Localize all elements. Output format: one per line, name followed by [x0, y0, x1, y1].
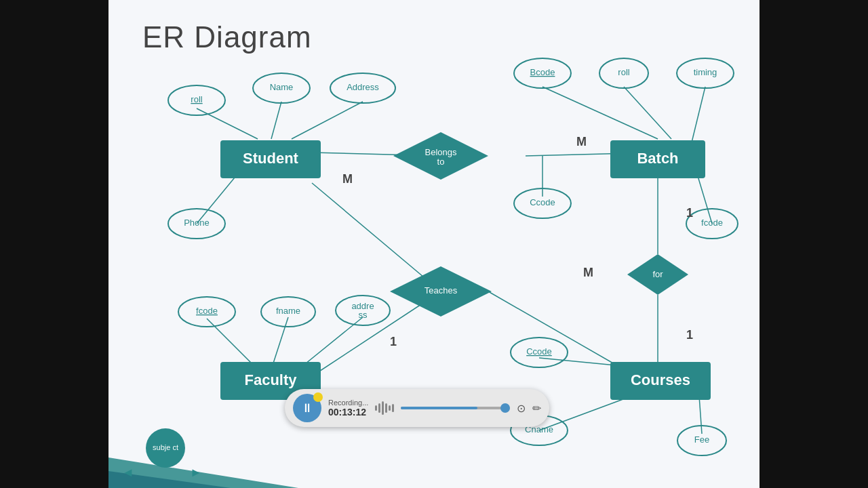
svg-text:for: for — [652, 269, 663, 279]
left-black-bar — [0, 0, 108, 488]
svg-text:Phone: Phone — [184, 218, 210, 228]
svg-line-6 — [488, 291, 624, 369]
progress-thumb — [500, 403, 510, 413]
svg-text:Ccode: Ccode — [530, 197, 555, 207]
svg-text:Bcode: Bcode — [530, 67, 555, 77]
yellow-indicator — [313, 392, 323, 402]
recording-bar: Recording... 00:13:12 ⊙ ✏ — [285, 389, 549, 427]
audio-bar-3 — [382, 401, 384, 415]
svg-line-12 — [624, 87, 671, 139]
svg-text:Faculty: Faculty — [244, 371, 297, 388]
svg-text:fcode: fcode — [196, 306, 218, 316]
svg-text:M: M — [583, 266, 593, 279]
svg-text:roll: roll — [191, 94, 202, 104]
svg-line-9 — [292, 102, 363, 139]
svg-text:Name: Name — [270, 82, 294, 92]
svg-text:M: M — [576, 135, 587, 148]
audio-bar-4 — [385, 403, 387, 413]
right-black-bar — [760, 0, 868, 488]
svg-text:fcode: fcode — [701, 218, 723, 228]
svg-text:1: 1 — [686, 206, 693, 220]
svg-text:Belongs: Belongs — [425, 147, 457, 157]
svg-text:Student: Student — [243, 150, 299, 167]
audio-bar-5 — [389, 405, 391, 411]
svg-text:Teaches: Teaches — [425, 285, 458, 296]
progress-track[interactable] — [401, 407, 510, 409]
svg-line-3 — [312, 183, 441, 291]
svg-text:M: M — [342, 172, 353, 186]
svg-text:fname: fname — [276, 306, 300, 316]
pause-button[interactable] — [293, 394, 321, 422]
svg-text:Batch: Batch — [637, 150, 678, 167]
webcam-icon[interactable]: ⊙ — [517, 402, 526, 415]
audio-bar-6 — [392, 404, 394, 412]
recording-status: Recording... — [328, 399, 368, 407]
svg-text:1: 1 — [686, 328, 693, 342]
audio-bars — [375, 401, 394, 415]
audio-bar-2 — [378, 403, 380, 413]
svg-line-11 — [542, 87, 658, 139]
svg-text:to: to — [437, 157, 445, 167]
svg-text:Ccode: Ccode — [526, 346, 552, 357]
recording-time: 00:13:12 — [328, 407, 368, 418]
prev-arrow[interactable]: ◄ — [122, 466, 134, 480]
svg-line-8 — [271, 102, 281, 139]
audio-bar-1 — [375, 405, 377, 411]
progress-fill — [401, 407, 477, 409]
svg-line-13 — [692, 87, 705, 142]
svg-text:Address: Address — [347, 82, 379, 92]
slide-area: ER Diagram .entity-rect { fill: #2a8888;… — [108, 0, 760, 488]
svg-line-7 — [197, 108, 258, 139]
svg-text:ss: ss — [359, 310, 368, 320]
subject-ellipse: subje ct — [146, 428, 185, 468]
svg-text:roll: roll — [618, 67, 629, 77]
recording-info: Recording... 00:13:12 — [328, 399, 368, 418]
svg-text:timing: timing — [694, 67, 717, 77]
bottom-decoration — [108, 434, 760, 488]
svg-text:Courses: Courses — [631, 371, 690, 388]
pencil-icon[interactable]: ✏ — [532, 402, 541, 415]
svg-text:1: 1 — [390, 335, 397, 348]
next-arrow[interactable]: ► — [190, 466, 202, 480]
